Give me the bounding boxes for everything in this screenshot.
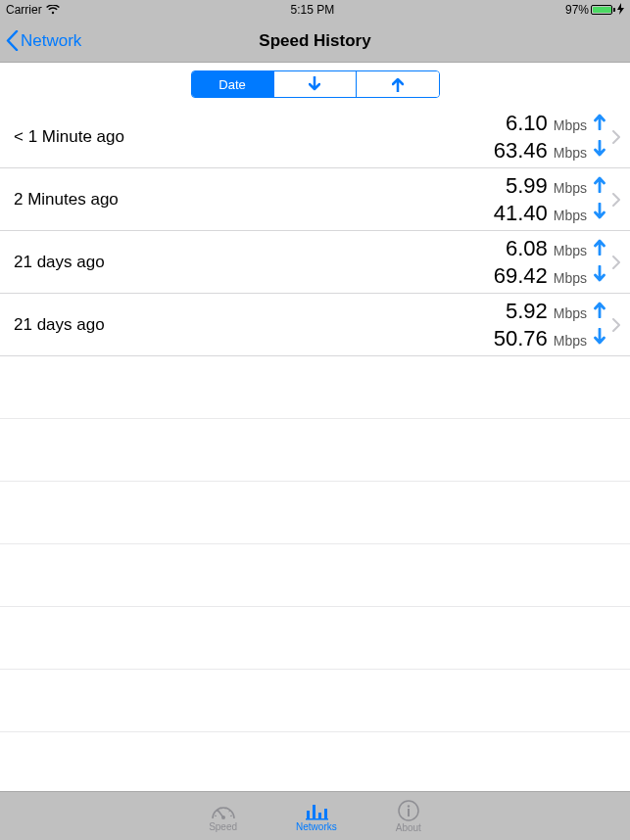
info-icon: [398, 800, 419, 821]
upload-value: 6.08: [506, 236, 548, 261]
arrow-up-icon: [593, 301, 606, 318]
chevron-right-icon: [612, 193, 620, 207]
tab-label: About: [396, 822, 421, 833]
chevron-right-icon: [612, 318, 620, 332]
empty-row: [0, 732, 630, 791]
empty-row: [0, 670, 630, 732]
empty-row: [0, 356, 630, 419]
download-value: 41.40: [494, 201, 548, 226]
svg-rect-3: [318, 813, 321, 818]
status-time: 5:15 PM: [290, 3, 334, 17]
tab-networks[interactable]: Networks: [296, 801, 337, 832]
status-bar: Carrier 5:15 PM 97%: [0, 0, 630, 20]
battery-percent: 97%: [565, 3, 589, 17]
carrier-label: Carrier: [6, 3, 42, 17]
history-row[interactable]: < 1 Minute ago 6.10 Mbps 63.46 Mbps: [0, 106, 630, 168]
unit-label: Mbps: [554, 117, 587, 133]
segment-download[interactable]: [274, 71, 357, 97]
sort-control-wrap: Date: [0, 63, 630, 106]
sort-segmented-control: Date: [191, 70, 440, 98]
segment-upload[interactable]: [357, 71, 439, 97]
segment-date[interactable]: Date: [192, 71, 274, 97]
history-list: < 1 Minute ago 6.10 Mbps 63.46 Mbps 2 Mi…: [0, 106, 630, 791]
gauge-icon: [211, 801, 236, 820]
empty-row: [0, 482, 630, 544]
chevron-right-icon: [612, 256, 620, 269]
row-time: 2 Minutes ago: [14, 190, 494, 210]
arrow-down-icon: [593, 140, 606, 158]
unit-label: Mbps: [554, 270, 587, 286]
unit-label: Mbps: [554, 333, 587, 349]
page-title: Speed History: [0, 31, 630, 51]
svg-rect-4: [324, 809, 327, 818]
row-time: 21 days ago: [14, 253, 494, 272]
tab-about[interactable]: About: [396, 800, 421, 833]
tab-label: Speed: [209, 821, 237, 832]
nav-bar: Network Speed History: [0, 20, 630, 63]
svg-rect-5: [306, 818, 328, 820]
unit-label: Mbps: [554, 243, 587, 258]
wifi-icon: [46, 5, 60, 15]
chevron-right-icon: [612, 130, 620, 144]
arrow-down-icon: [593, 203, 606, 220]
arrow-up-icon: [593, 238, 606, 256]
empty-row: [0, 544, 630, 607]
upload-value: 5.99: [506, 173, 548, 199]
empty-row: [0, 419, 630, 482]
unit-label: Mbps: [554, 305, 587, 321]
back-label: Network: [21, 31, 81, 51]
svg-rect-1: [307, 811, 310, 818]
bars-icon: [304, 801, 329, 820]
row-time: 21 days ago: [14, 315, 494, 335]
upload-value: 6.10: [506, 111, 548, 136]
unit-label: Mbps: [554, 145, 587, 161]
unit-label: Mbps: [554, 208, 587, 223]
history-row[interactable]: 21 days ago 5.92 Mbps 50.76 Mbps: [0, 294, 630, 356]
arrow-up-icon: [593, 175, 606, 193]
svg-point-7: [408, 805, 410, 807]
unit-label: Mbps: [554, 180, 587, 196]
download-value: 63.46: [494, 138, 548, 163]
svg-rect-2: [313, 805, 315, 818]
empty-row: [0, 607, 630, 670]
history-row[interactable]: 2 Minutes ago 5.99 Mbps 41.40 Mbps: [0, 168, 630, 231]
arrow-down-icon: [593, 328, 606, 346]
battery-icon: [591, 5, 615, 15]
back-button[interactable]: Network: [0, 30, 81, 51]
download-value: 69.42: [494, 263, 548, 289]
row-time: < 1 Minute ago: [14, 127, 494, 147]
tab-bar: Speed Networks About: [0, 791, 630, 840]
arrow-up-icon: [593, 113, 606, 130]
arrow-up-icon: [392, 76, 404, 92]
tab-speed[interactable]: Speed: [209, 801, 237, 832]
charging-icon: [617, 3, 624, 18]
arrow-down-icon: [593, 265, 606, 283]
upload-value: 5.92: [506, 299, 548, 324]
arrow-down-icon: [309, 76, 320, 92]
history-row[interactable]: 21 days ago 6.08 Mbps 69.42 Mbps: [0, 231, 630, 294]
svg-rect-8: [408, 809, 410, 817]
download-value: 50.76: [494, 326, 548, 351]
tab-label: Networks: [296, 821, 337, 832]
